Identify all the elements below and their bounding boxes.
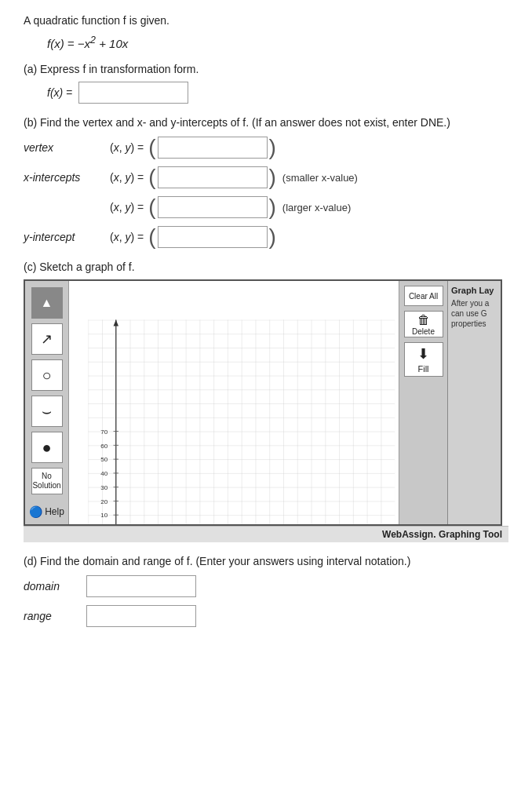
scale-icon: ↗ (41, 330, 53, 348)
svg-text:30: 30 (100, 484, 107, 491)
no-solution-label: NoSolution (32, 472, 60, 490)
y-int-open: ( (148, 226, 155, 248)
svg-rect-1 (88, 319, 395, 524)
svg-text:10: 10 (100, 512, 107, 519)
x-int-open-2: ( (148, 196, 155, 218)
range-input[interactable] (87, 606, 195, 626)
delete-button[interactable]: 🗑 Delete (404, 311, 443, 337)
svg-text:20: 20 (100, 498, 107, 505)
clear-all-button[interactable]: Clear All (404, 286, 443, 306)
vertex-open-paren: ( (148, 137, 155, 159)
clear-all-label: Clear All (409, 292, 438, 301)
larger-note: (larger x-value) (282, 202, 351, 213)
graph-svg: -2 -1 1 2 3 4 5 6 7 8 9 10 11 12 13 14 1… (69, 281, 399, 524)
domain-input-box[interactable] (86, 575, 196, 597)
x-int-eq-2: (x, y) = (110, 201, 144, 213)
fill-button[interactable]: ⬇ Fill (404, 342, 443, 377)
svg-text:70: 70 (100, 428, 107, 436)
vertex-input-box[interactable] (158, 137, 268, 159)
part-a-input-box[interactable] (78, 82, 188, 104)
range-label: range (24, 610, 86, 622)
graph-right-panel: Clear All 🗑 Delete ⬇ Fill (399, 281, 447, 524)
curve-tool[interactable]: ⌣ (31, 396, 63, 427)
fill-label: Fill (417, 364, 428, 374)
y-int-eq: (x, y) = (110, 231, 144, 243)
part-a-label: (a) Express f in transformation form. (24, 63, 508, 75)
graph-lay-after-text: After you a can use G properties (451, 298, 497, 329)
y-intercept-box[interactable] (158, 226, 268, 248)
webassign-brand: WebAssign. (382, 529, 435, 540)
part-b-label: (b) Find the vertex and x- and y-interce… (24, 116, 508, 129)
no-solution-tool[interactable]: NoSolution (31, 468, 63, 494)
y-intercept-label: y-intercept (24, 231, 110, 243)
vertex-input[interactable] (159, 137, 267, 158)
intro-text: A quadratic function f is given. (24, 14, 508, 27)
graph-canvas[interactable]: -2 -1 1 2 3 4 5 6 7 8 9 10 11 12 13 14 1… (69, 281, 399, 524)
vertex-close-paren: ) (269, 137, 276, 159)
svg-text:50: 50 (100, 456, 107, 463)
vertex-eq: (x, y) = (110, 141, 144, 154)
x-intercept-smaller-input[interactable] (159, 167, 267, 188)
help-label: Help (45, 506, 64, 517)
trash-icon: 🗑 (417, 313, 430, 327)
select-tool[interactable]: ▲ (31, 287, 63, 319)
webassign-bar: WebAssign. Graphing Tool (24, 526, 508, 542)
domain-label: domain (24, 580, 86, 593)
function-display: f(x) = −x2 + 10x (47, 35, 508, 50)
svg-text:60: 60 (100, 443, 107, 450)
circle-icon: ○ (42, 367, 51, 385)
y-intercept-input[interactable] (159, 227, 267, 247)
domain-input[interactable] (87, 576, 195, 596)
part-a-input[interactable] (79, 82, 188, 103)
fx-label-a: f(x) = (47, 86, 72, 99)
graph-lay-title: Graph Lay (451, 286, 497, 295)
x-intercepts-label: x-intercepts (24, 171, 110, 184)
x-int-open-1: ( (148, 166, 155, 188)
smaller-note: (smaller x-value) (282, 172, 358, 184)
x-intercept-larger-input[interactable] (159, 197, 267, 217)
y-int-close: ) (269, 226, 276, 248)
scale-tool[interactable]: ↗ (31, 323, 63, 355)
graphing-tool-text: Graphing Tool (439, 529, 502, 540)
delete-label: Delete (412, 327, 435, 336)
fill-down-icon: ⬇ (417, 345, 429, 363)
arrow-icon: ▲ (41, 296, 53, 310)
x-int-close-2: ) (269, 196, 276, 218)
svg-text:40: 40 (100, 470, 107, 477)
point-tool[interactable]: ● (31, 432, 63, 463)
graph-toolbar: ▲ ↗ ○ ⌣ ● NoSolution 🔵 Help (25, 281, 69, 524)
range-input-box[interactable] (86, 605, 196, 627)
part-c-label: (c) Sketch a graph of f. (24, 261, 508, 273)
x-int-eq-1: (x, y) = (110, 171, 144, 184)
graph-container: ▲ ↗ ○ ⌣ ● NoSolution 🔵 Help (24, 279, 502, 526)
x-intercept-larger-box[interactable] (158, 196, 268, 218)
graph-lay-panel: Graph Lay After you a can use G properti… (447, 281, 501, 524)
help-icon: 🔵 (29, 505, 42, 518)
point-icon: ● (42, 439, 51, 457)
part-d-label: (d) Find the domain and range of f. (Ent… (24, 555, 508, 567)
help-button[interactable]: 🔵 Help (29, 499, 64, 518)
curve-icon: ⌣ (42, 403, 52, 421)
x-int-close-1: ) (269, 166, 276, 188)
circle-tool[interactable]: ○ (31, 359, 63, 391)
vertex-label: vertex (24, 141, 110, 154)
x-intercept-smaller-box[interactable] (158, 166, 268, 188)
